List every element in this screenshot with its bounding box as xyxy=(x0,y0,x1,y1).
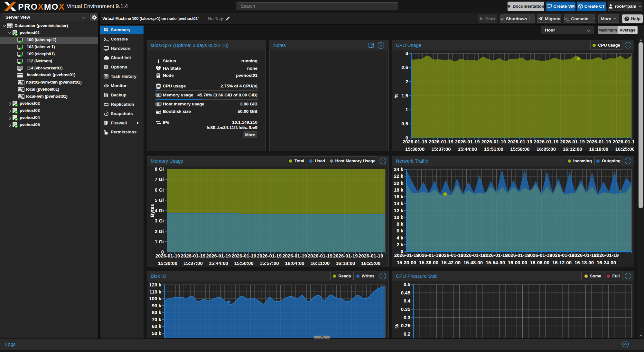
svg-text:2026-01-19: 2026-01-19 xyxy=(257,253,282,258)
svg-text:16:00:00: 16:00:00 xyxy=(508,260,527,265)
svg-text:15:42:00: 15:42:00 xyxy=(441,260,461,265)
svg-text:1 Gi: 1 Gi xyxy=(155,239,164,244)
svg-text:14 k: 14 k xyxy=(394,201,404,206)
svg-text:2026-01-19: 2026-01-19 xyxy=(508,139,532,144)
svg-text:2026-01-19: 2026-01-19 xyxy=(481,139,506,144)
svg-text:15:30:00: 15:30:00 xyxy=(397,260,416,265)
svg-text:2 k: 2 k xyxy=(397,242,404,247)
svg-text:20 k: 20 k xyxy=(394,180,404,186)
svg-text:2026-01-19: 2026-01-19 xyxy=(206,253,231,258)
svg-text:12 k: 12 k xyxy=(394,208,404,213)
svg-text:2026-01-19: 2026-01-19 xyxy=(429,139,453,144)
svg-text:7 Gi: 7 Gi xyxy=(155,176,164,182)
svg-text:2026-01-19: 2026-01-19 xyxy=(455,139,480,144)
svg-text:6 k: 6 k xyxy=(397,228,404,233)
svg-text:0.25: 0.25 xyxy=(401,323,410,328)
svg-text:2: 2 xyxy=(406,79,408,84)
svg-text:2026-01-19: 2026-01-19 xyxy=(282,253,307,258)
svg-text:%: % xyxy=(393,94,399,98)
svg-text:2026-01-19: 2026-01-19 xyxy=(572,252,597,258)
svg-text:8 Gi: 8 Gi xyxy=(155,166,164,172)
svg-text:120 k: 120 k xyxy=(149,282,161,287)
svg-text:1.5: 1.5 xyxy=(401,93,408,98)
svg-text:15:44:00: 15:44:00 xyxy=(458,146,477,151)
svg-text:16 k: 16 k xyxy=(394,194,404,199)
svg-text:16:04:00: 16:04:00 xyxy=(285,260,304,266)
svg-text:15:57:00: 15:57:00 xyxy=(260,260,279,266)
svg-text:0.3: 0.3 xyxy=(404,315,410,320)
svg-text:15:37:00: 15:37:00 xyxy=(183,260,203,266)
svg-text:2 Gi: 2 Gi xyxy=(155,229,164,234)
svg-text:18 k: 18 k xyxy=(394,187,404,193)
svg-text:5 Gi: 5 Gi xyxy=(155,197,164,203)
svg-text:0.45: 0.45 xyxy=(401,290,410,295)
svg-text:0.5: 0.5 xyxy=(404,282,410,287)
svg-text:16:05:00: 16:05:00 xyxy=(537,146,556,151)
svg-text:0.35: 0.35 xyxy=(401,306,410,312)
svg-text:2026-01-19: 2026-01-19 xyxy=(560,139,585,144)
svg-text:3: 3 xyxy=(406,50,408,56)
svg-text:0.4: 0.4 xyxy=(404,298,411,303)
svg-text:16:12:00: 16:12:00 xyxy=(552,260,572,265)
svg-text:0.2: 0.2 xyxy=(404,331,410,337)
svg-text:6 Gi: 6 Gi xyxy=(155,187,164,193)
svg-text:2026-01-19: 2026-01-19 xyxy=(534,139,559,144)
svg-text:15:44:00: 15:44:00 xyxy=(209,260,228,266)
svg-text:15:48:00: 15:48:00 xyxy=(463,260,483,265)
svg-text:80 k: 80 k xyxy=(152,310,162,315)
svg-text:16:18:00: 16:18:00 xyxy=(589,146,608,151)
svg-text:16:06:00: 16:06:00 xyxy=(530,260,549,265)
svg-text:4 Gi: 4 Gi xyxy=(155,208,164,213)
svg-text:Bytes: Bytes xyxy=(149,204,155,217)
svg-text:2026-01-19: 2026-01-19 xyxy=(527,252,552,258)
svg-text:2026-01-19: 2026-01-19 xyxy=(333,253,358,258)
svg-text:16:11:00: 16:11:00 xyxy=(311,260,330,266)
svg-text:100 k: 100 k xyxy=(149,296,161,301)
svg-text:2026-01-19: 2026-01-19 xyxy=(505,252,530,258)
svg-text:16:12:00: 16:12:00 xyxy=(563,146,582,151)
svg-text:15:36:00: 15:36:00 xyxy=(419,260,438,265)
svg-text:15:50:00: 15:50:00 xyxy=(234,260,254,266)
svg-text:110 k: 110 k xyxy=(149,289,161,294)
svg-text:16:18:00: 16:18:00 xyxy=(574,260,594,265)
svg-text:15:51:00: 15:51:00 xyxy=(484,146,503,151)
svg-text:2026-01-19: 2026-01-19 xyxy=(612,139,634,144)
svg-text:2026-01-19: 2026-01-19 xyxy=(586,139,611,144)
svg-text:16:18:00: 16:18:00 xyxy=(336,260,355,266)
svg-text:15:54:00: 15:54:00 xyxy=(486,260,505,265)
svg-text:2026-01-19: 2026-01-19 xyxy=(231,253,256,258)
svg-text:4 k: 4 k xyxy=(397,235,404,240)
svg-text:16:25:00: 16:25:00 xyxy=(615,146,634,151)
svg-text:2026-01-19: 2026-01-19 xyxy=(483,252,508,258)
svg-text:16:25:00: 16:25:00 xyxy=(361,260,380,266)
svg-text:2026-01-19: 2026-01-19 xyxy=(181,253,206,258)
svg-text:24 k: 24 k xyxy=(394,167,404,172)
svg-text:1: 1 xyxy=(406,107,408,112)
svg-text:90 k: 90 k xyxy=(152,303,162,308)
svg-text:50 k: 50 k xyxy=(152,330,162,336)
svg-text:15:58:00: 15:58:00 xyxy=(510,146,529,151)
svg-text:60 k: 60 k xyxy=(152,323,162,329)
svg-text:2026-01-19: 2026-01-19 xyxy=(461,252,486,258)
svg-text:2026-01-19: 2026-01-19 xyxy=(394,252,419,258)
svg-text:3 Gi: 3 Gi xyxy=(155,218,164,223)
svg-text:0.5: 0.5 xyxy=(401,121,408,126)
svg-text:2.5: 2.5 xyxy=(401,65,408,70)
svg-text:2026-01-19: 2026-01-19 xyxy=(359,253,383,258)
svg-text:16:24:00: 16:24:00 xyxy=(597,260,616,265)
svg-text:10 k: 10 k xyxy=(394,214,404,220)
svg-text:2026-01-19: 2026-01-19 xyxy=(308,253,332,258)
svg-text:15:30:00: 15:30:00 xyxy=(405,146,425,151)
svg-text:8 k: 8 k xyxy=(397,221,404,227)
svg-text:%: % xyxy=(394,324,399,328)
svg-text:?: ? xyxy=(626,17,628,21)
svg-text:15:37:00: 15:37:00 xyxy=(432,146,451,151)
svg-text:2026-01-19: 2026-01-19 xyxy=(439,252,463,258)
svg-text:2026-01-19: 2026-01-19 xyxy=(550,252,574,258)
svg-text:15:30:00: 15:30:00 xyxy=(158,260,177,266)
svg-text:2026-01-19: 2026-01-19 xyxy=(403,139,427,144)
svg-text:70 k: 70 k xyxy=(152,317,162,322)
svg-text:22 k: 22 k xyxy=(394,173,404,179)
svg-text:2026-01-19: 2026-01-19 xyxy=(155,253,180,258)
svg-text:2026-01-19: 2026-01-19 xyxy=(594,252,619,258)
